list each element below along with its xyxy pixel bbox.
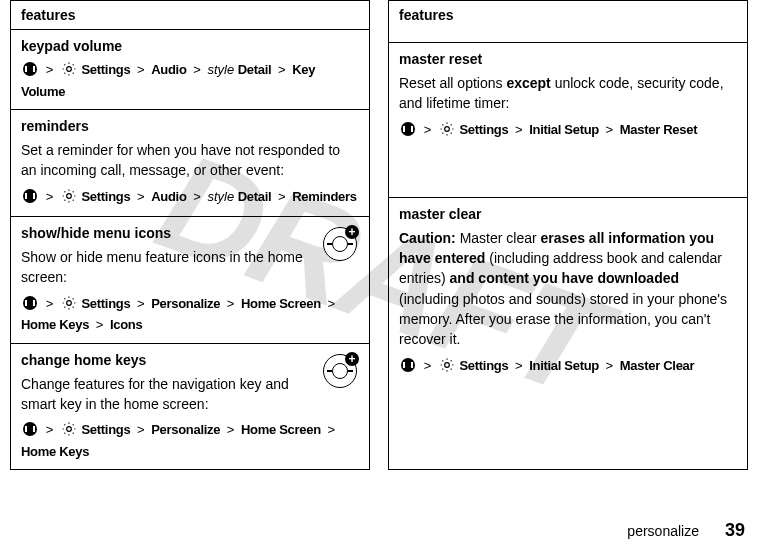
nav-path: > Settings > Personalize > Home Screen >… bbox=[21, 420, 359, 461]
row-title: master reset bbox=[399, 51, 737, 67]
settings-icon bbox=[440, 358, 454, 378]
row-change-home-keys: change home keys Change features for the… bbox=[11, 343, 370, 470]
row-show-hide-menu-icons: show/hide menu icons Show or hide menu f… bbox=[11, 217, 370, 344]
features-table-left: features keypad volume > Settings > Audi… bbox=[10, 0, 370, 470]
settings-icon bbox=[62, 62, 76, 82]
row-title: change home keys bbox=[21, 352, 359, 368]
settings-icon bbox=[62, 422, 76, 442]
page-footer: personalize39 bbox=[627, 520, 745, 541]
nav-path: > Settings > Audio > style Detail > Key … bbox=[21, 60, 359, 101]
settings-icon bbox=[440, 122, 454, 142]
table-header: features bbox=[11, 1, 370, 30]
center-key-icon bbox=[23, 296, 37, 310]
center-key-icon bbox=[23, 189, 37, 203]
center-key-icon bbox=[23, 422, 37, 436]
feature-badge-icon bbox=[323, 227, 357, 261]
nav-path: > Settings > Initial Setup > Master Clea… bbox=[399, 356, 737, 378]
nav-path: > Settings > Audio > style Detail > Remi… bbox=[21, 187, 359, 209]
row-title: reminders bbox=[21, 118, 359, 134]
row-body: Set a reminder for when you have not res… bbox=[21, 140, 359, 181]
settings-icon bbox=[62, 189, 76, 209]
row-body: Reset all options except unlock code, se… bbox=[399, 73, 737, 114]
row-keypad-volume: keypad volume > Settings > Audio > style… bbox=[11, 30, 370, 110]
table-header: features bbox=[389, 1, 748, 43]
section-label: personalize bbox=[627, 523, 699, 539]
row-title: show/hide menu icons bbox=[21, 225, 359, 241]
row-body: Change features for the navigation key a… bbox=[21, 374, 359, 415]
features-table-right: features master reset Reset all options … bbox=[388, 0, 748, 470]
row-title: keypad volume bbox=[21, 38, 359, 54]
settings-icon bbox=[62, 296, 76, 316]
row-master-reset: master reset Reset all options except un… bbox=[389, 42, 748, 197]
center-key-icon bbox=[401, 358, 415, 372]
row-master-clear: master clear Caution: Master clear erase… bbox=[389, 197, 748, 469]
page-number: 39 bbox=[725, 520, 745, 540]
row-body: Show or hide menu feature icons in the h… bbox=[21, 247, 359, 288]
center-key-icon bbox=[401, 122, 415, 136]
row-reminders: reminders Set a reminder for when you ha… bbox=[11, 110, 370, 217]
nav-path: > Settings > Personalize > Home Screen >… bbox=[21, 294, 359, 335]
nav-path: > Settings > Initial Setup > Master Rese… bbox=[399, 120, 737, 142]
row-body: Caution: Master clear erases all informa… bbox=[399, 228, 737, 350]
feature-badge-icon bbox=[323, 354, 357, 388]
row-title: master clear bbox=[399, 206, 737, 222]
center-key-icon bbox=[23, 62, 37, 76]
